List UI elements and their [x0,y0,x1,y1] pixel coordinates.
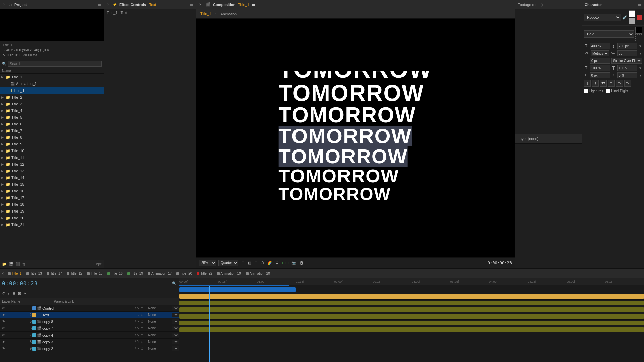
render-btn[interactable]: ⚙ [275,260,279,266]
file-item[interactable]: ▶📁Title_13 [0,168,104,174]
timeline-tab[interactable]: Title_20 [174,270,194,277]
layer-tool-2[interactable]: ↑ [7,291,10,296]
transparent-swatch[interactable] [635,34,642,41]
font-family-select[interactable]: Roboto [584,14,621,21]
timeline-tab[interactable]: Animation_20 [244,270,272,277]
color-correction-btn[interactable]: 🌈 [267,260,273,266]
character-menu-icon[interactable]: ☰ [638,2,641,7]
comp-close-icon[interactable]: ✕ [199,3,202,6]
timeline-tab[interactable]: Animation_19 [215,270,243,277]
visibility-icon[interactable]: 👁 [1,340,6,344]
file-item[interactable]: TTitle_1 [0,87,104,94]
file-item[interactable]: ▶📁Title_19 [0,208,104,215]
style-sub-btn[interactable]: TT [624,80,631,87]
effect-tab-label[interactable]: Text [149,3,156,7]
layer-tool-3[interactable]: ⊞ [12,291,16,296]
visibility-icon[interactable]: 👁 [1,347,6,350]
parent-select[interactable]: ▼ [172,313,179,317]
comp-menu-icon[interactable]: ☰ [252,2,255,7]
layer-row[interactable]: 👁 2 T Text / ⊙ None ▼ [0,312,179,318]
tsf-field[interactable] [617,72,637,78]
timeline-tab[interactable]: Title_12 [65,270,84,277]
timeline-tab[interactable]: Title_1 [6,270,24,277]
file-item[interactable]: ▶📁Title_1 [0,74,104,80]
hscale-field[interactable] [590,65,610,71]
style-italic-btn[interactable]: T [592,80,599,87]
delete-icon[interactable]: 🗑 [22,262,26,266]
layer-tool-1[interactable]: ⟲ [1,291,6,296]
file-item[interactable]: ▶📁Title_2 [0,94,104,101]
font-size-field[interactable] [590,43,610,49]
file-item[interactable]: ▶📁Title_7 [0,127,104,134]
tracks-panel[interactable]: 00:00f00:15f01:00f01:15f02:00f02:15f03:0… [179,278,644,362]
layer-row[interactable]: 👁 9 🎬 copy 2 / fx ⊙ None ▼ [0,345,179,352]
baseline-field[interactable] [590,72,610,78]
toggle-grid-btn[interactable]: ⊞ [240,260,245,266]
fill-color-swatch[interactable] [629,10,635,17]
file-item[interactable]: ▶📁Title_8 [0,134,104,141]
file-item[interactable]: ▶📁Title_3 [0,101,104,107]
timeline-tab[interactable]: Title_19 [125,270,145,277]
file-item[interactable]: ▶📁Title_17 [0,194,104,201]
comp-tab-anim1[interactable]: Animation_1 [218,11,244,17]
leading-field[interactable] [617,43,637,49]
parent-select[interactable]: ▼ [172,319,179,324]
file-item[interactable]: ▶📁Title_21 [0,221,104,228]
file-item[interactable]: ▶📁Title_6 [0,121,104,127]
new-comp-icon[interactable]: 🎬 [9,262,13,266]
fill-color-alt[interactable] [637,15,642,20]
file-item[interactable]: 🎬Animation_1 [0,80,104,87]
toggle-3d-btn[interactable]: ⬡ [260,260,265,266]
timeline-tab[interactable]: Title_17 [45,270,64,277]
project-close-icon[interactable]: ✕ [3,3,5,6]
parent-select[interactable]: ▼ [172,326,179,330]
stroke-type-select[interactable]: Stroke Over Fill Fill Over Stroke [611,58,642,64]
new-solid-icon[interactable]: ⬛ [15,262,20,266]
style-regular-btn[interactable]: T [584,80,591,87]
file-item[interactable]: ▶📁Title_14 [0,174,104,181]
vscale-field[interactable] [617,65,637,71]
visibility-icon[interactable]: 👁 [1,313,6,317]
layer-tool-5[interactable]: ✂ [23,291,28,296]
file-item[interactable]: ▶📁Title_15 [0,181,104,188]
stroke-color-swatch[interactable] [629,18,635,24]
style-caps-btn[interactable]: TT [600,80,607,87]
layer-row[interactable]: 👁 7 🎬 copy 4 / fx ⊙ None ▼ [0,332,179,339]
snapshot-btn[interactable]: 📷 [291,260,297,266]
visibility-icon[interactable]: 👁 [1,326,6,330]
parent-select[interactable]: ▼ [172,346,179,351]
hindi-digits-label[interactable]: Hindi Digits [606,89,628,93]
eyedropper-icon[interactable]: 💉 [622,15,627,20]
ligatures-checkbox[interactable] [584,89,588,93]
file-item[interactable]: ▶📁Title_5 [0,114,104,121]
layer-row[interactable]: 👁 5 🎬 copy 8 / fx ⊙ None ▼ [0,318,179,325]
stroke-width-field[interactable] [590,58,610,64]
file-list[interactable]: ▶📁Title_1 🎬Animation_1 TTitle_1▶📁Title_2… [0,74,104,260]
layer-row[interactable]: 👁 6 🎬 copy 7 / fx ⊙ None ▼ [0,325,179,332]
file-item[interactable]: ▶📁Title_9 [0,141,104,147]
file-item[interactable]: ▶📁Title_18 [0,201,104,208]
style-super-btn[interactable]: TT [616,80,623,87]
parent-select[interactable]: ▼ [172,333,179,337]
font-style-select[interactable]: Bold Regular Italic [584,30,634,38]
file-item[interactable]: ▶📁Title_20 [0,215,104,221]
parent-select[interactable]: ▼ [172,340,179,344]
layer-tool-4[interactable]: ⊡ [17,291,22,296]
file-item[interactable]: ▶📁Title_16 [0,188,104,194]
quality-select[interactable]: Quarter Half Full [218,260,238,266]
ligatures-label[interactable]: Ligatures [584,89,603,93]
comp-tab-title1[interactable]: Title_1 [198,11,214,17]
bg-color-swatch[interactable] [635,27,642,34]
search-layer-btn[interactable]: 🔍 [171,281,177,286]
file-item[interactable]: ▶📁Title_10 [0,147,104,154]
style-smallcaps-btn[interactable]: Tr [608,80,615,87]
visibility-icon[interactable]: 👁 [1,333,6,337]
zoom-select[interactable]: 25% 50% 100% [199,260,216,266]
effect-close-icon[interactable]: ✕ [107,3,109,6]
search-input[interactable] [8,61,102,67]
layer-row[interactable]: 👁 8 🎬 copy 3 / fx ⊙ None ▼ [0,339,179,345]
visibility-icon[interactable]: 👁 [1,320,6,323]
tracking-field[interactable] [617,50,637,56]
visibility-icon[interactable]: 👁 [1,306,6,310]
timeline-close-icon[interactable]: ✕ [1,272,4,275]
